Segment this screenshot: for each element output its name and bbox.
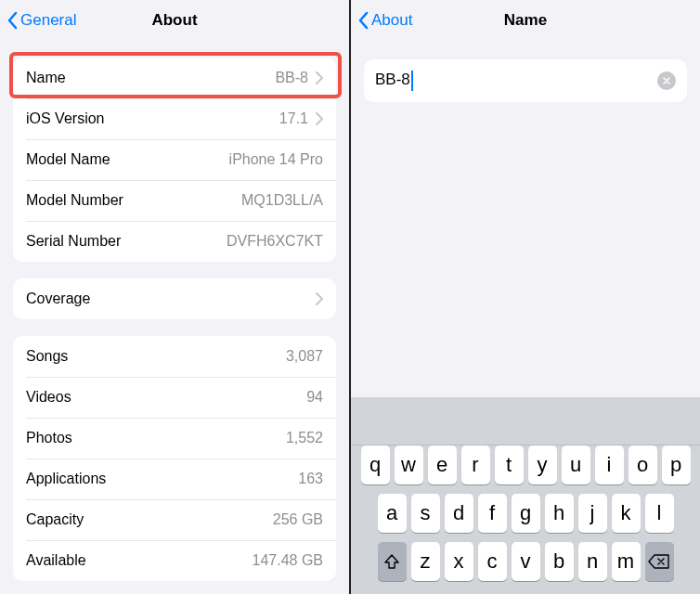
row-label: Applications: [26, 471, 106, 487]
coverage-group: Coverage: [13, 278, 336, 319]
key-r[interactable]: r: [461, 446, 490, 484]
row-value: MQ1D3LL/A: [241, 192, 323, 209]
backspace-key[interactable]: [645, 542, 674, 581]
clear-button[interactable]: [657, 71, 676, 90]
row-value: DVFH6XC7KT: [227, 233, 323, 250]
chevron-left-icon: [7, 11, 19, 30]
name-input[interactable]: BB-8: [375, 71, 657, 91]
row-label: Model Number: [26, 192, 123, 209]
key-i[interactable]: i: [595, 446, 624, 484]
key-f[interactable]: f: [478, 494, 507, 533]
chevron-left-icon: [358, 11, 369, 30]
back-button[interactable]: General: [7, 11, 76, 30]
row-label: Photos: [26, 430, 72, 446]
settings-row-photos: Photos1,552: [13, 418, 336, 458]
key-h[interactable]: h: [545, 494, 574, 533]
name-input-value: BB-8: [375, 71, 410, 88]
row-value: BB-8: [275, 70, 308, 86]
key-u[interactable]: u: [562, 446, 590, 484]
key-e[interactable]: e: [428, 446, 457, 484]
key-n[interactable]: n: [578, 542, 607, 581]
back-label: General: [20, 11, 76, 30]
keyboard-row-2: asdfghjkl: [355, 494, 696, 533]
page-title: Name: [504, 11, 547, 30]
text-cursor: [411, 71, 413, 91]
row-label: Available: [26, 552, 86, 569]
settings-row-coverage[interactable]: Coverage: [13, 278, 336, 319]
key-g[interactable]: g: [512, 494, 540, 533]
settings-row-available: Available147.48 GB: [13, 540, 336, 581]
about-screen: General About NameBB-8iOS Version17.1Mod…: [0, 0, 351, 594]
key-c[interactable]: c: [478, 542, 507, 581]
settings-row-model-number: Model NumberMQ1D3LL/A: [13, 180, 336, 221]
page-title: About: [151, 11, 197, 30]
nav-bar: About Name: [351, 0, 700, 41]
row-value: 3,087: [286, 348, 323, 365]
x-icon: [662, 76, 671, 85]
shift-icon: [382, 552, 401, 571]
chevron-right-icon: [316, 71, 323, 84]
settings-row-capacity: Capacity256 GB: [13, 499, 336, 540]
key-b[interactable]: b: [545, 542, 574, 581]
keyboard-row-1: qwertyuiop: [355, 446, 696, 484]
key-z[interactable]: z: [411, 542, 440, 581]
key-a[interactable]: a: [378, 494, 407, 533]
key-m[interactable]: m: [612, 542, 641, 581]
chevron-right-icon: [316, 112, 323, 125]
key-p[interactable]: p: [662, 446, 691, 484]
key-j[interactable]: j: [578, 494, 607, 533]
key-t[interactable]: t: [495, 446, 524, 484]
row-value: 147.48 GB: [253, 552, 324, 569]
keyboard: qwertyuiop asdfghjkl zxcvbnm: [351, 397, 700, 594]
keyboard-row-3: zxcvbnm: [355, 542, 696, 581]
device-info-group: NameBB-8iOS Version17.1Model NameiPhone …: [13, 58, 336, 262]
settings-row-applications: Applications163: [13, 458, 336, 499]
settings-row-videos: Videos94: [13, 377, 336, 418]
row-label: Videos: [26, 389, 71, 406]
chevron-right-icon: [316, 292, 323, 305]
settings-row-name[interactable]: NameBB-8: [13, 58, 336, 98]
key-s[interactable]: s: [411, 494, 440, 533]
row-value: 1,552: [286, 430, 323, 446]
shift-key[interactable]: [378, 542, 407, 581]
settings-row-serial-number: Serial NumberDVFH6XC7KT: [13, 221, 336, 262]
row-label: Serial Number: [26, 233, 121, 250]
settings-row-ios-version[interactable]: iOS Version17.1: [13, 98, 336, 139]
row-label: Model Name: [26, 151, 110, 168]
keyboard-suggestion-bar[interactable]: [351, 405, 700, 446]
row-value: 17.1: [279, 110, 308, 127]
back-button[interactable]: About: [358, 11, 412, 30]
key-w[interactable]: w: [395, 446, 423, 484]
key-o[interactable]: o: [629, 446, 657, 484]
key-v[interactable]: v: [512, 542, 540, 581]
settings-row-model-name: Model NameiPhone 14 Pro: [13, 139, 336, 180]
row-value: 163: [298, 471, 323, 487]
settings-row-songs: Songs3,087: [13, 336, 336, 377]
row-value: iPhone 14 Pro: [229, 151, 323, 168]
about-content: NameBB-8iOS Version17.1Model NameiPhone …: [0, 41, 349, 594]
back-label: About: [371, 11, 412, 30]
row-value: 94: [306, 389, 323, 406]
row-label: Name: [26, 70, 66, 86]
key-y[interactable]: y: [528, 446, 557, 484]
row-label: iOS Version: [26, 110, 104, 127]
row-label: Coverage: [26, 291, 90, 307]
key-l[interactable]: l: [645, 494, 674, 533]
storage-group: Songs3,087Videos94Photos1,552Application…: [13, 336, 336, 581]
nav-bar: General About: [0, 0, 349, 41]
row-value: 256 GB: [273, 511, 323, 528]
backspace-icon: [648, 553, 670, 570]
key-k[interactable]: k: [612, 494, 641, 533]
name-edit-screen: About Name BB-8 qwertyuiop asdfghjkl zxc…: [351, 0, 700, 594]
key-q[interactable]: q: [361, 446, 390, 484]
key-d[interactable]: d: [445, 494, 473, 533]
key-x[interactable]: x: [445, 542, 473, 581]
row-label: Capacity: [26, 511, 84, 528]
row-label: Songs: [26, 348, 68, 365]
name-input-row[interactable]: BB-8: [364, 59, 687, 102]
